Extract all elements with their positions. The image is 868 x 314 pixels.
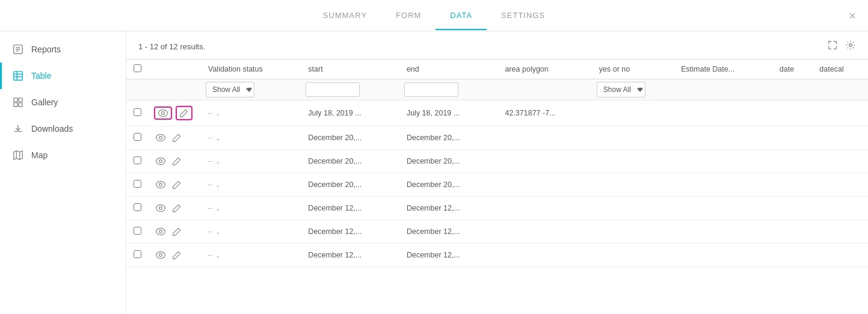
row-checkbox[interactable] (134, 156, 141, 164)
sidebar: Reports Table Ga (0, 31, 126, 314)
chevron-down-icon: ⌄ (215, 110, 220, 117)
row-checkbox-cell[interactable] (126, 197, 148, 220)
row-checkbox-cell[interactable] (126, 220, 148, 244)
tab-data[interactable]: DATA (436, 1, 487, 29)
edit-button[interactable] (171, 249, 183, 261)
filter-start-cell[interactable] (302, 79, 401, 100)
yes-no-filter-select[interactable]: Show All (597, 82, 645, 97)
view-button[interactable] (154, 156, 167, 167)
row-actions-cell (148, 100, 202, 126)
view-button[interactable] (154, 203, 167, 214)
row-checkbox[interactable] (134, 180, 141, 188)
date-cell (774, 100, 814, 126)
svg-point-25 (159, 207, 162, 210)
row-checkbox[interactable] (134, 108, 141, 116)
chevron-down-icon: ⌄ (215, 135, 220, 141)
table-row: – ⌄December 12,...December 12,... (126, 197, 868, 220)
row-checkbox-cell[interactable] (126, 173, 148, 197)
area-polygon-cell (499, 244, 593, 267)
edit-button[interactable] (171, 179, 183, 191)
row-checkbox[interactable] (134, 250, 141, 258)
sidebar-item-reports[interactable]: Reports (0, 36, 126, 63)
row-checkbox-cell[interactable] (126, 244, 148, 267)
tab-form[interactable]: FORM (381, 1, 436, 29)
validation-cell: – ⌄ (202, 100, 302, 126)
datecal-cell (813, 220, 868, 244)
yes-no-cell (593, 173, 675, 197)
end-filter-input[interactable] (404, 82, 458, 97)
svg-point-29 (159, 254, 162, 257)
start-cell: December 20,... (302, 150, 401, 173)
filter-actions-cell (148, 79, 202, 100)
sidebar-item-table[interactable]: Table (0, 63, 126, 89)
start-filter-input[interactable] (306, 82, 360, 97)
view-button[interactable] (154, 250, 167, 260)
dash-text: – (208, 180, 212, 189)
select-all-checkbox[interactable] (134, 64, 141, 72)
area-polygon-cell (499, 173, 593, 197)
edit-button[interactable] (171, 132, 183, 144)
sidebar-label-table: Table (31, 71, 51, 81)
svg-point-19 (159, 137, 162, 140)
row-checkbox-cell[interactable] (126, 126, 148, 150)
dash-text: – (208, 157, 212, 165)
svg-marker-12 (14, 151, 22, 159)
content-area: 1 - 12 of 12 results. (126, 31, 868, 314)
filter-area-cell (499, 79, 593, 100)
row-actions-cell (148, 244, 202, 267)
sidebar-item-gallery[interactable]: Gallery (0, 89, 126, 115)
chevron-down-icon: ⌄ (215, 205, 220, 212)
chevron-down-icon: ⌄ (215, 182, 220, 188)
expand-icon-button[interactable] (827, 40, 838, 53)
select-all-header[interactable] (126, 60, 148, 79)
svg-rect-8 (14, 98, 17, 102)
view-button[interactable] (154, 179, 167, 190)
sidebar-item-downloads[interactable]: Downloads (0, 115, 126, 142)
sidebar-item-map[interactable]: Map (0, 142, 126, 168)
row-checkbox[interactable] (134, 203, 141, 211)
row-actions-cell (148, 220, 202, 244)
row-action-buttons (154, 249, 196, 261)
settings-icon-button[interactable] (845, 40, 856, 53)
close-button[interactable]: × (849, 8, 856, 22)
row-checkbox-cell[interactable] (126, 100, 148, 126)
results-bar: 1 - 12 of 12 results. (126, 31, 868, 59)
row-checkbox-cell[interactable] (126, 150, 148, 173)
table-row: – ⌄December 20,...December 20,... (126, 150, 868, 173)
datecal-cell (813, 173, 868, 197)
chevron-down-icon: ⌄ (215, 252, 220, 259)
yes-no-cell (593, 244, 675, 267)
estimate-date-cell (675, 173, 774, 197)
tab-summary[interactable]: SUMMARY (309, 1, 381, 29)
validation-cell: – ⌄ (202, 126, 302, 150)
row-checkbox[interactable] (134, 227, 141, 235)
date-cell (774, 244, 814, 267)
filter-end-cell[interactable] (401, 79, 499, 100)
filter-validation-cell[interactable]: Show All ▼ (202, 79, 302, 100)
date-cell (774, 150, 814, 173)
validation-filter-select[interactable]: Show All (206, 82, 254, 97)
view-button[interactable] (154, 226, 167, 237)
col-header-area-polygon: area polygon (499, 60, 593, 79)
yes-no-cell (593, 220, 675, 244)
yes-no-cell (593, 126, 675, 150)
data-table-wrapper: Validation status start end area polygon… (126, 59, 868, 314)
area-polygon-cell (499, 197, 593, 220)
date-cell (774, 220, 814, 244)
estimate-date-cell (675, 100, 774, 126)
edit-button[interactable] (171, 226, 183, 238)
edit-button[interactable] (171, 202, 183, 214)
edit-button[interactable] (176, 106, 192, 120)
svg-point-28 (156, 251, 165, 258)
area-polygon-cell (499, 150, 593, 173)
table-icon (12, 70, 24, 82)
row-checkbox[interactable] (134, 133, 141, 141)
end-cell: December 20,... (401, 126, 499, 150)
datecal-cell (813, 244, 868, 267)
view-button[interactable] (154, 106, 172, 120)
edit-button[interactable] (171, 155, 183, 167)
view-button[interactable] (154, 132, 167, 143)
col-header-datecal: datecal (813, 60, 868, 79)
tab-settings[interactable]: SETTINGS (487, 1, 559, 29)
filter-yes-no-cell[interactable]: Show All ▼ (593, 79, 675, 100)
